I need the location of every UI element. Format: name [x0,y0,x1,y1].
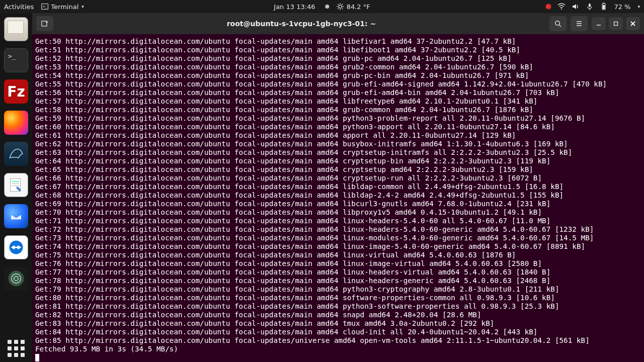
svg-point-12 [561,9,562,10]
battery-percent-label: 72 % [614,3,630,11]
terminal-viewport[interactable]: Get:50 http://mirrors.digitalocean.com/u… [32,34,644,362]
terminal-cursor [35,354,39,361]
svg-rect-13 [589,4,591,7]
terminal-window: root@ubuntu-s-1vcpu-1gb-nyc3-01: ~ Get:5… [32,13,644,362]
dock-show-applications[interactable] [8,340,25,357]
microphone-icon [586,3,594,11]
volume-icon [572,3,580,11]
window-close-button[interactable] [626,17,640,30]
activities-button[interactable]: Activities [4,3,34,11]
weather-sun-icon [337,3,345,11]
window-maximize-button[interactable] [609,17,623,30]
terminal-titlebar: root@ubuntu-s-1vcpu-1gb-nyc3-01: ~ [32,13,644,34]
weather-indicator[interactable]: 84.2 °F [337,3,370,11]
chevron-down-icon: ▾ [82,4,84,9]
window-minimize-button[interactable] [592,17,606,30]
dock-app-files[interactable] [4,17,28,41]
svg-rect-17 [603,3,605,4]
clock[interactable]: Jan 13 13:46 [274,3,315,11]
system-status-area[interactable]: 72 % ▾ [545,3,640,11]
terminal-output: Get:50 http://mirrors.digitalocean.com/u… [35,37,642,362]
app-menu-button[interactable]: >_ Terminal ▾ [41,3,84,11]
svg-rect-16 [603,5,605,9]
svg-point-28 [555,21,560,26]
dock-app-teamviewer[interactable] [4,235,28,259]
hamburger-menu-button[interactable] [571,16,588,31]
svg-line-11 [342,4,343,5]
notification-dot-icon [326,5,330,9]
svg-line-8 [338,4,339,5]
gnome-top-panel: Activities >_ Terminal ▾ Jan 13 13:46 84… [0,0,644,13]
terminal-app-icon: >_ [41,3,49,11]
new-tab-button[interactable] [36,16,53,31]
wifi-icon [557,3,566,11]
dock-app-firefox[interactable] [4,111,28,135]
battery-icon [600,3,608,11]
terminal-title: root@ubuntu-s-1vcpu-1gb-nyc3-01: ~ [57,20,545,28]
svg-line-9 [342,9,343,9]
ubuntu-dock: Fz [0,13,32,362]
dock-app-thunderbird[interactable] [4,204,28,228]
app-menu-label: Terminal [51,3,78,11]
svg-point-24 [14,277,19,281]
dock-app-filezilla[interactable]: Fz [4,79,28,104]
search-button[interactable] [549,16,567,31]
dock-app-obs[interactable] [4,266,28,291]
dock-app-gedit[interactable] [4,173,28,197]
svg-point-3 [339,5,342,8]
screencast-recording-icon[interactable] [545,4,551,10]
svg-line-29 [559,25,561,27]
dock-app-terminal[interactable] [4,48,28,72]
svg-rect-34 [614,22,618,26]
temperature-label: 84.2 °F [347,3,370,11]
svg-text:>_: >_ [42,5,47,9]
chevron-down-icon: ▾ [637,4,640,9]
dock-app-mysql[interactable] [4,142,28,166]
svg-line-10 [338,9,339,9]
svg-point-23 [12,274,21,283]
